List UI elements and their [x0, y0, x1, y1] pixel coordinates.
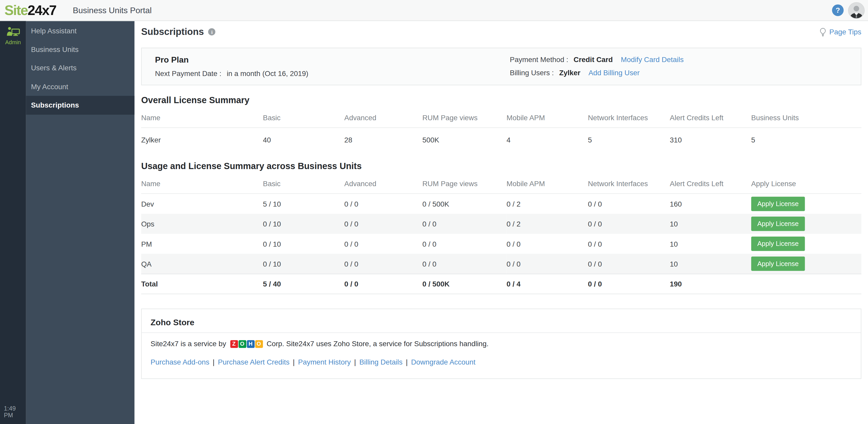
- cell-mobile-apm: 0 / 2: [506, 194, 588, 214]
- apply-license-button[interactable]: Apply License: [751, 236, 805, 251]
- cell-alert-credits: 10: [670, 234, 751, 254]
- sidebar-item-my-account[interactable]: My Account: [26, 77, 134, 96]
- zoho-letter-o-icon: O: [255, 340, 263, 348]
- lightbulb-icon: [819, 27, 827, 36]
- cell-rum: 500K: [423, 128, 506, 151]
- topbar-actions: ?: [832, 0, 865, 21]
- table-row: Zylker 40 28 500K 4 5 310 5: [141, 128, 861, 151]
- cell-network: 0 / 0: [588, 274, 670, 294]
- cell-advanced: 28: [344, 128, 423, 151]
- downgrade-account-link[interactable]: Downgrade Account: [411, 358, 475, 366]
- cell-apply: Apply License: [751, 214, 861, 234]
- screen: Site24x7 Business Units Portal ?: [0, 0, 868, 424]
- payment-method-value: Credit Card: [574, 55, 613, 64]
- plan-summary-box: Pro Plan Next Payment Date : in a month …: [141, 48, 861, 85]
- cell-alert-credits: 310: [670, 128, 751, 151]
- apply-license-button[interactable]: Apply License: [751, 256, 805, 271]
- page-tips-label: Page Tips: [829, 28, 861, 36]
- column-header: Basic: [263, 109, 344, 128]
- add-billing-user-link[interactable]: Add Billing User: [588, 69, 640, 77]
- admin-icon: [6, 27, 21, 36]
- cell-advanced: 0 / 0: [344, 214, 423, 234]
- cell-business-units: 5: [751, 128, 861, 151]
- cell-mobile-apm: 0 / 4: [506, 274, 588, 294]
- cell-basic: 0 / 10: [263, 214, 344, 234]
- table-row: QA 0 / 10 0 / 0 0 / 0 0 / 0 0 / 0 10 App…: [141, 254, 861, 274]
- modify-card-link[interactable]: Modify Card Details: [621, 55, 684, 64]
- top-bar: Site24x7 Business Units Portal ?: [0, 0, 868, 21]
- cell-rum: 0 / 0: [423, 234, 506, 254]
- zoho-letter-o-icon: O: [239, 340, 246, 348]
- column-header: Name: [141, 109, 263, 128]
- column-header: Business Units: [751, 109, 861, 128]
- link-separator: |: [293, 358, 295, 366]
- cell-rum: 0 / 500K: [423, 194, 506, 214]
- plan-info: Pro Plan Next Payment Date : in a month …: [155, 55, 308, 78]
- cell-name: Zylker: [141, 128, 263, 151]
- cell-mobile-apm: 0 / 0: [506, 254, 588, 274]
- clock-time: 1:49 PM: [4, 405, 26, 418]
- main-content: Subscriptions i Page Tips Pro Plan: [134, 21, 868, 424]
- overall-license-title: Overall License Summary: [141, 94, 861, 106]
- store-links: Purchase Add-ons|Purchase Alert Credits|…: [151, 358, 852, 366]
- purchase-alert-credits-link[interactable]: Purchase Alert Credits: [218, 358, 289, 366]
- info-icon[interactable]: i: [208, 28, 215, 35]
- page-tips-link[interactable]: Page Tips: [819, 27, 861, 36]
- sidebar-item-users-alerts[interactable]: Users & Alerts: [26, 59, 134, 77]
- cell-apply: Apply License: [751, 234, 861, 254]
- cell-name: Ops: [141, 214, 263, 234]
- purchase-addons-link[interactable]: Purchase Add-ons: [151, 358, 210, 366]
- cell-advanced: 0 / 0: [344, 234, 423, 254]
- column-header: Apply License: [751, 174, 861, 194]
- portal-title: Business Units Portal: [73, 5, 152, 15]
- store-text-after: Corp. Site24x7 uses Zoho Store, a servic…: [267, 340, 489, 348]
- zoho-letter-z-icon: Z: [230, 340, 238, 348]
- usage-license-title: Usage and License Summary across Busines…: [141, 160, 861, 172]
- help-button[interactable]: ?: [832, 4, 844, 16]
- table-header-row: Name Basic Advanced RUM Page views Mobil…: [141, 174, 861, 194]
- cell-alert-credits: 10: [670, 254, 751, 274]
- payment-method-label: Payment Method :: [510, 55, 568, 64]
- sidebar-menu: Help Assistant Business Units Users & Al…: [26, 21, 134, 424]
- link-separator: |: [213, 358, 214, 366]
- cell-advanced: 0 / 0: [344, 194, 423, 214]
- billing-details-link[interactable]: Billing Details: [359, 358, 402, 366]
- sidebar-item-subscriptions[interactable]: Subscriptions: [26, 96, 134, 115]
- cell-apply: Apply License: [751, 194, 861, 214]
- apply-license-button[interactable]: Apply License: [751, 197, 805, 211]
- cell-name: Dev: [141, 194, 263, 214]
- plan-name: Pro Plan: [155, 55, 308, 64]
- logo-24x7: 24x7: [28, 3, 56, 17]
- avatar[interactable]: [848, 2, 865, 19]
- app-frame: Admin 1:49 PM Help Assistant Business Un…: [0, 21, 868, 424]
- cell-basic: 0 / 10: [263, 254, 344, 274]
- link-separator: |: [354, 358, 356, 366]
- column-header: Basic: [263, 174, 344, 194]
- column-header: Advanced: [344, 109, 423, 128]
- sidebar-item-help-assistant[interactable]: Help Assistant: [26, 22, 134, 40]
- table-row: Dev 5 / 10 0 / 0 0 / 500K 0 / 2 0 / 0 16…: [141, 194, 861, 214]
- page-header: Subscriptions i Page Tips: [141, 21, 861, 43]
- logo-site: Site: [4, 3, 28, 17]
- zoho-logo: Z O H O: [230, 340, 263, 348]
- payment-history-link[interactable]: Payment History: [298, 358, 351, 366]
- table-total-row: Total 5 / 40 0 / 0 0 / 500K 0 / 4 0 / 0 …: [141, 274, 861, 294]
- cell-alert-credits: 190: [670, 274, 751, 294]
- cell-mobile-apm: 0 / 2: [506, 214, 588, 234]
- zoho-store-body: Site24x7 is a service by Z O H O Corp. S…: [142, 333, 861, 378]
- link-separator: |: [406, 358, 408, 366]
- zoho-store-title: Zoho Store: [142, 309, 861, 333]
- cell-apply: [751, 274, 861, 294]
- apply-license-button[interactable]: Apply License: [751, 217, 805, 231]
- cell-mobile-apm: 0 / 0: [506, 234, 588, 254]
- billing-info: Payment Method : Credit Card Modify Card…: [510, 55, 684, 82]
- cell-name: Total: [141, 274, 263, 294]
- next-payment-value: in a month (Oct 16, 2019): [227, 69, 308, 78]
- column-header: Network Interfaces: [588, 174, 670, 194]
- zoho-letter-h-icon: H: [247, 340, 254, 348]
- admin-profile[interactable]: Admin: [0, 21, 26, 45]
- cell-network: 0 / 0: [588, 194, 670, 214]
- cell-basic: 40: [263, 128, 344, 151]
- sidebar-item-business-units[interactable]: Business Units: [26, 40, 134, 59]
- cell-alert-credits: 10: [670, 214, 751, 234]
